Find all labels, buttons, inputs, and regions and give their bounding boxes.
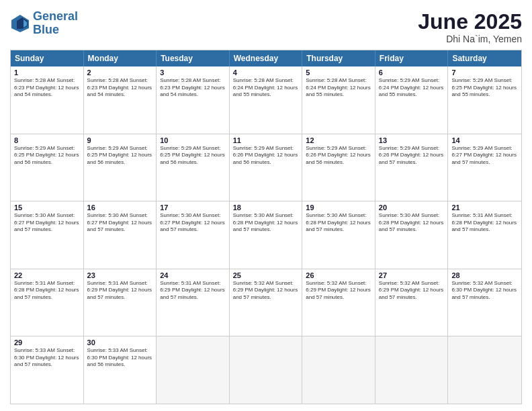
calendar-day-22: 22Sunrise: 5:31 AM Sunset: 6:28 PM Dayli… — [11, 269, 84, 336]
calendar-day-3: 3Sunrise: 5:28 AM Sunset: 6:23 PM Daylig… — [157, 66, 230, 134]
page: General Blue June 2025 Dhi Na`im, Yemen … — [0, 0, 532, 411]
day-number: 5 — [306, 68, 371, 77]
day-number: 21 — [451, 203, 518, 212]
calendar-week-1: 1Sunrise: 5:28 AM Sunset: 6:23 PM Daylig… — [11, 66, 521, 134]
calendar-day-2: 2Sunrise: 5:28 AM Sunset: 6:23 PM Daylig… — [84, 66, 157, 134]
day-info: Sunrise: 5:29 AM Sunset: 6:25 PM Dayligh… — [451, 77, 518, 98]
calendar-day-29: 29Sunrise: 5:33 AM Sunset: 6:30 PM Dayli… — [11, 336, 84, 404]
calendar-day-7: 7Sunrise: 5:29 AM Sunset: 6:25 PM Daylig… — [448, 66, 521, 134]
day-info: Sunrise: 5:30 AM Sunset: 6:28 PM Dayligh… — [306, 212, 371, 233]
day-info: Sunrise: 5:31 AM Sunset: 6:29 PM Dayligh… — [160, 280, 226, 301]
day-info: Sunrise: 5:31 AM Sunset: 6:28 PM Dayligh… — [14, 280, 80, 301]
calendar-day-empty — [302, 336, 375, 404]
day-info: Sunrise: 5:33 AM Sunset: 6:30 PM Dayligh… — [87, 347, 153, 368]
day-number: 25 — [233, 271, 299, 279]
day-info: Sunrise: 5:30 AM Sunset: 6:27 PM Dayligh… — [87, 212, 153, 233]
day-number: 17 — [160, 203, 226, 212]
calendar-day-14: 14Sunrise: 5:29 AM Sunset: 6:27 PM Dayli… — [448, 134, 521, 201]
logo: General Blue — [10, 10, 78, 37]
day-number: 14 — [451, 136, 518, 144]
day-number: 2 — [87, 68, 153, 77]
header-day-sunday: Sunday — [11, 50, 84, 66]
calendar-day-9: 9Sunrise: 5:29 AM Sunset: 6:25 PM Daylig… — [84, 134, 157, 201]
day-number: 9 — [87, 136, 153, 144]
day-number: 12 — [306, 136, 371, 144]
day-info: Sunrise: 5:31 AM Sunset: 6:28 PM Dayligh… — [451, 212, 518, 233]
calendar-day-10: 10Sunrise: 5:29 AM Sunset: 6:25 PM Dayli… — [157, 134, 230, 201]
title-block: June 2025 Dhi Na`im, Yemen — [418, 10, 522, 44]
location-subtitle: Dhi Na`im, Yemen — [418, 34, 522, 44]
header-day-thursday: Thursday — [302, 50, 375, 66]
day-number: 22 — [14, 271, 80, 279]
calendar-week-2: 8Sunrise: 5:29 AM Sunset: 6:25 PM Daylig… — [11, 134, 521, 201]
calendar-day-empty — [157, 336, 230, 404]
calendar-day-1: 1Sunrise: 5:28 AM Sunset: 6:23 PM Daylig… — [11, 66, 84, 134]
day-info: Sunrise: 5:29 AM Sunset: 6:27 PM Dayligh… — [451, 145, 518, 166]
day-number: 23 — [87, 271, 153, 279]
day-info: Sunrise: 5:29 AM Sunset: 6:24 PM Dayligh… — [379, 77, 445, 98]
day-info: Sunrise: 5:29 AM Sunset: 6:26 PM Dayligh… — [233, 145, 299, 166]
calendar-week-4: 22Sunrise: 5:31 AM Sunset: 6:28 PM Dayli… — [11, 269, 521, 336]
calendar-day-26: 26Sunrise: 5:32 AM Sunset: 6:29 PM Dayli… — [302, 269, 375, 336]
day-number: 1 — [14, 68, 80, 77]
calendar-day-19: 19Sunrise: 5:30 AM Sunset: 6:28 PM Dayli… — [302, 201, 375, 269]
day-info: Sunrise: 5:31 AM Sunset: 6:29 PM Dayligh… — [87, 280, 153, 301]
day-number: 8 — [14, 136, 80, 144]
day-info: Sunrise: 5:33 AM Sunset: 6:30 PM Dayligh… — [14, 347, 80, 368]
header-day-saturday: Saturday — [448, 50, 521, 66]
calendar-day-16: 16Sunrise: 5:30 AM Sunset: 6:27 PM Dayli… — [84, 201, 157, 269]
calendar-day-8: 8Sunrise: 5:29 AM Sunset: 6:25 PM Daylig… — [11, 134, 84, 201]
day-info: Sunrise: 5:28 AM Sunset: 6:24 PM Dayligh… — [306, 77, 371, 98]
calendar-day-5: 5Sunrise: 5:28 AM Sunset: 6:24 PM Daylig… — [302, 66, 375, 134]
day-info: Sunrise: 5:30 AM Sunset: 6:28 PM Dayligh… — [233, 212, 299, 233]
day-number: 27 — [379, 271, 445, 279]
calendar-day-24: 24Sunrise: 5:31 AM Sunset: 6:29 PM Dayli… — [157, 269, 230, 336]
day-info: Sunrise: 5:29 AM Sunset: 6:26 PM Dayligh… — [306, 145, 371, 166]
logo-icon — [10, 13, 30, 34]
day-info: Sunrise: 5:29 AM Sunset: 6:25 PM Dayligh… — [87, 145, 153, 166]
day-info: Sunrise: 5:29 AM Sunset: 6:25 PM Dayligh… — [14, 145, 80, 166]
calendar-day-12: 12Sunrise: 5:29 AM Sunset: 6:26 PM Dayli… — [302, 134, 375, 201]
calendar: SundayMondayTuesdayWednesdayThursdayFrid… — [10, 50, 522, 404]
day-number: 28 — [451, 271, 518, 279]
day-info: Sunrise: 5:30 AM Sunset: 6:27 PM Dayligh… — [14, 212, 80, 233]
calendar-day-20: 20Sunrise: 5:30 AM Sunset: 6:28 PM Dayli… — [375, 201, 449, 269]
calendar-week-5: 29Sunrise: 5:33 AM Sunset: 6:30 PM Dayli… — [11, 336, 521, 404]
calendar-day-empty — [448, 336, 521, 404]
calendar-day-empty — [375, 336, 449, 404]
day-number: 24 — [160, 271, 226, 279]
day-info: Sunrise: 5:28 AM Sunset: 6:23 PM Dayligh… — [160, 77, 226, 98]
day-number: 15 — [14, 203, 80, 212]
calendar-day-25: 25Sunrise: 5:32 AM Sunset: 6:29 PM Dayli… — [230, 269, 303, 336]
calendar-header: SundayMondayTuesdayWednesdayThursdayFrid… — [11, 50, 521, 66]
day-number: 13 — [379, 136, 445, 144]
calendar-day-21: 21Sunrise: 5:31 AM Sunset: 6:28 PM Dayli… — [448, 201, 521, 269]
calendar-day-4: 4Sunrise: 5:28 AM Sunset: 6:24 PM Daylig… — [230, 66, 303, 134]
month-title: June 2025 — [418, 10, 522, 34]
calendar-body: 1Sunrise: 5:28 AM Sunset: 6:23 PM Daylig… — [11, 66, 521, 404]
calendar-day-30: 30Sunrise: 5:33 AM Sunset: 6:30 PM Dayli… — [84, 336, 157, 404]
calendar-day-23: 23Sunrise: 5:31 AM Sunset: 6:29 PM Dayli… — [84, 269, 157, 336]
day-number: 30 — [87, 338, 153, 347]
day-number: 19 — [306, 203, 371, 212]
calendar-day-11: 11Sunrise: 5:29 AM Sunset: 6:26 PM Dayli… — [230, 134, 303, 201]
calendar-day-28: 28Sunrise: 5:32 AM Sunset: 6:30 PM Dayli… — [448, 269, 521, 336]
day-info: Sunrise: 5:30 AM Sunset: 6:27 PM Dayligh… — [160, 212, 226, 233]
header-day-monday: Monday — [84, 50, 157, 66]
calendar-week-3: 15Sunrise: 5:30 AM Sunset: 6:27 PM Dayli… — [11, 201, 521, 269]
header-day-wednesday: Wednesday — [230, 50, 303, 66]
calendar-day-6: 6Sunrise: 5:29 AM Sunset: 6:24 PM Daylig… — [375, 66, 449, 134]
day-number: 16 — [87, 203, 153, 212]
day-number: 11 — [233, 136, 299, 144]
header: General Blue June 2025 Dhi Na`im, Yemen — [10, 10, 522, 44]
day-number: 10 — [160, 136, 226, 144]
calendar-day-13: 13Sunrise: 5:29 AM Sunset: 6:26 PM Dayli… — [375, 134, 449, 201]
day-info: Sunrise: 5:32 AM Sunset: 6:29 PM Dayligh… — [306, 280, 371, 301]
day-info: Sunrise: 5:32 AM Sunset: 6:29 PM Dayligh… — [233, 280, 299, 301]
day-number: 6 — [379, 68, 445, 77]
day-number: 29 — [14, 338, 80, 347]
day-info: Sunrise: 5:32 AM Sunset: 6:30 PM Dayligh… — [451, 280, 518, 301]
day-number: 3 — [160, 68, 226, 77]
day-number: 18 — [233, 203, 299, 212]
day-info: Sunrise: 5:29 AM Sunset: 6:26 PM Dayligh… — [379, 145, 445, 166]
